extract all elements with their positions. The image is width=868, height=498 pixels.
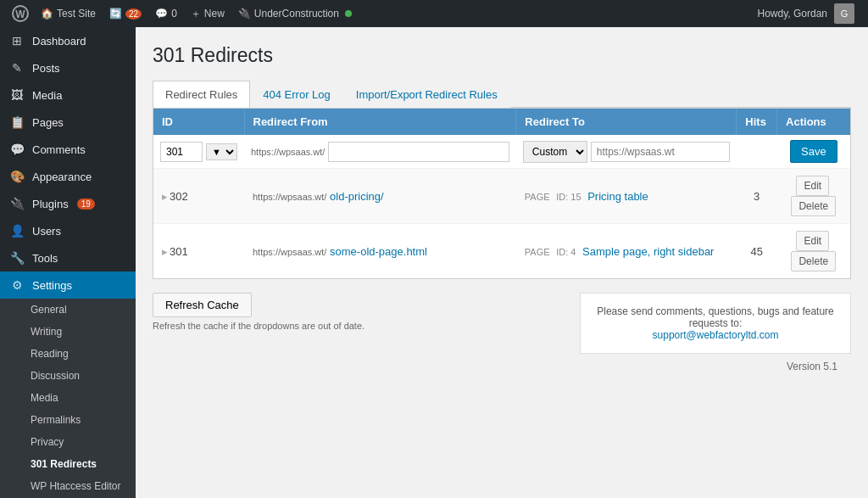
footer: Version 5.1 — [153, 354, 851, 379]
table-row: ▸ 301 https://wpsaas.wt/ some-old-page.h… — [153, 224, 850, 279]
sidebar-item-comments[interactable]: 💬 Comments — [0, 136, 136, 163]
row1-to-label[interactable]: Pricing table — [587, 190, 648, 203]
submenu-privacy[interactable]: Privacy — [0, 431, 136, 453]
redirect-table: ID Redirect From Redirect To Hits Action… — [153, 109, 850, 278]
wp-logo[interactable]: W — [7, 0, 34, 27]
refresh-cache-box: Refresh Cache Refresh the cache if the d… — [153, 293, 364, 331]
row2-to-cell: PAGE ID: 4 Sample page, right sidebar — [516, 224, 737, 279]
tab-bar: Redirect Rules 404 Error Log Import/Expo… — [153, 81, 851, 108]
row1-hits-cell: 3 — [737, 169, 777, 224]
sidebar-item-settings[interactable]: ⚙ Settings — [0, 271, 136, 299]
row2-delete-button[interactable]: Delete — [791, 251, 836, 271]
new-from-base: https://wpsaas.wt/ — [251, 147, 325, 157]
plus-icon: ＋ — [191, 7, 201, 21]
tools-icon: 🔧 — [8, 251, 25, 265]
avatar: G — [834, 3, 854, 24]
sidebar-item-dashboard[interactable]: ⊞ Dashboard — [0, 27, 136, 54]
submenu-general[interactable]: General — [0, 299, 136, 321]
table-row: ▸ 302 https://wpsaas.wt/ old-pricing/ PA… — [153, 169, 850, 224]
posts-icon: ✎ — [8, 61, 25, 75]
new-row-hits-cell — [737, 135, 777, 169]
id-type-select[interactable]: ▼ — [206, 143, 237, 160]
new-type-select[interactable]: Custom — [523, 141, 587, 163]
site-icon: 🏠 — [41, 8, 53, 20]
row2-expand-icon[interactable]: ▸ — [162, 245, 168, 258]
refresh-cache-button[interactable]: Refresh Cache — [153, 293, 252, 317]
version-text: Version 5.1 — [787, 361, 837, 372]
header-redirect-to: Redirect To — [516, 109, 737, 135]
new-row-from-cell: https://wpsaas.wt/ — [244, 135, 516, 169]
row2-actions-cell: Edit Delete — [777, 224, 850, 279]
sidebar-item-plugins[interactable]: 🔌 Plugins 19 — [0, 190, 136, 217]
support-email[interactable]: support@webfactoryltd.com — [653, 329, 779, 341]
row2-from-cell: https://wpsaas.wt/ some-old-page.html — [244, 224, 516, 279]
row1-actions-cell: Edit Delete — [777, 169, 850, 224]
new-redirect-row: ▼ https://wpsaas.wt/ — [153, 135, 850, 169]
header-hits: Hits — [737, 109, 777, 135]
row2-hits-cell: 45 — [737, 224, 777, 279]
users-icon: 👤 — [8, 224, 25, 238]
submenu-301-redirects[interactable]: 301 Redirects — [0, 453, 136, 475]
new-from-path-input[interactable] — [328, 142, 509, 162]
new-to-url-input[interactable] — [591, 142, 730, 162]
sidebar-item-pages[interactable]: 📋 Pages — [0, 109, 136, 136]
row1-from-cell: https://wpsaas.wt/ old-pricing/ — [244, 169, 516, 224]
header-actions: Actions — [777, 109, 850, 135]
row1-expand-icon[interactable]: ▸ — [162, 190, 168, 203]
row1-to-cell: PAGE ID: 15 Pricing table — [516, 169, 737, 224]
sidebar-item-posts[interactable]: ✎ Posts — [0, 54, 136, 81]
tab-import-export[interactable]: Import/Export Redirect Rules — [343, 81, 510, 108]
submenu-media[interactable]: Media — [0, 387, 136, 409]
row2-id-cell: ▸ 301 — [153, 224, 244, 279]
submenu-writing[interactable]: Writing — [0, 321, 136, 343]
row1-delete-button[interactable]: Delete — [791, 196, 836, 216]
new-row-id-cell: ▼ — [153, 135, 244, 169]
adminbar-right: Howdy, Gordan G — [751, 0, 861, 27]
comments-icon: 💬 — [155, 8, 168, 20]
save-button[interactable]: Save — [790, 140, 837, 163]
main-content: 301 Redirects Redirect Rules 404 Error L… — [136, 27, 868, 498]
appearance-icon: 🎨 — [8, 170, 25, 183]
svg-text:W: W — [15, 8, 25, 20]
page-title: 301 Redirects — [153, 44, 851, 67]
admin-bar: W 🏠 Test Site 🔄 22 💬 0 ＋ New 🔌 UnderCons… — [0, 0, 868, 27]
tab-404-error-log[interactable]: 404 Error Log — [250, 81, 343, 108]
tab-redirect-rules[interactable]: Redirect Rules — [153, 81, 250, 108]
bottom-section: Refresh Cache Refresh the cache if the d… — [153, 293, 851, 354]
admin-menu: ⊞ Dashboard ✎ Posts 🖼 Media 📋 Pages 💬 Co… — [0, 27, 136, 498]
submenu-wp-htaccess[interactable]: WP Htaccess Editor — [0, 475, 136, 497]
new-row-to-cell: Custom — [516, 135, 737, 169]
new-id-input[interactable] — [160, 142, 203, 162]
row2-to-label[interactable]: Sample page, right sidebar — [582, 245, 714, 258]
row1-from-path[interactable]: old-pricing/ — [330, 190, 384, 203]
sidebar-item-appearance[interactable]: 🎨 Appearance — [0, 163, 136, 190]
sidebar-item-users[interactable]: 👤 Users — [0, 217, 136, 244]
row2-edit-button[interactable]: Edit — [796, 231, 829, 251]
row2-from-path[interactable]: some-old-page.html — [330, 245, 427, 258]
dashboard-icon: ⊞ — [8, 34, 25, 48]
updates-icon: 🔄 — [109, 8, 122, 20]
submenu-reading[interactable]: Reading — [0, 343, 136, 365]
adminbar-site-name[interactable]: 🏠 Test Site — [34, 0, 103, 27]
new-row-actions-cell: Save — [777, 135, 850, 169]
sidebar-item-media[interactable]: 🖼 Media — [0, 81, 136, 109]
settings-submenu: General Writing Reading Discussion Media… — [0, 299, 136, 498]
adminbar-howdy[interactable]: Howdy, Gordan G — [751, 0, 861, 27]
info-box: Please send comments, questions, bugs an… — [580, 293, 851, 354]
adminbar-comments[interactable]: 💬 0 — [148, 0, 184, 27]
submenu-discussion[interactable]: Discussion — [0, 365, 136, 387]
plugins-icon: 🔌 — [8, 197, 25, 210]
status-dot — [345, 10, 352, 17]
submenu-permalinks[interactable]: Permalinks — [0, 409, 136, 431]
adminbar-new[interactable]: ＋ New — [184, 0, 231, 27]
comments-icon: 💬 — [8, 143, 25, 156]
redirect-table-wrap: ID Redirect From Redirect To Hits Action… — [153, 108, 851, 279]
header-redirect-from: Redirect From — [244, 109, 516, 135]
pages-icon: 📋 — [8, 115, 25, 129]
info-text: Please send comments, questions, bugs an… — [597, 305, 834, 329]
refresh-hint: Refresh the cache if the dropdowns are o… — [153, 321, 364, 331]
sidebar-item-tools[interactable]: 🔧 Tools — [0, 244, 136, 271]
adminbar-updates[interactable]: 🔄 22 — [103, 0, 148, 27]
row1-edit-button[interactable]: Edit — [796, 176, 829, 196]
adminbar-plugin[interactable]: 🔌 UnderConstruction — [231, 0, 359, 27]
